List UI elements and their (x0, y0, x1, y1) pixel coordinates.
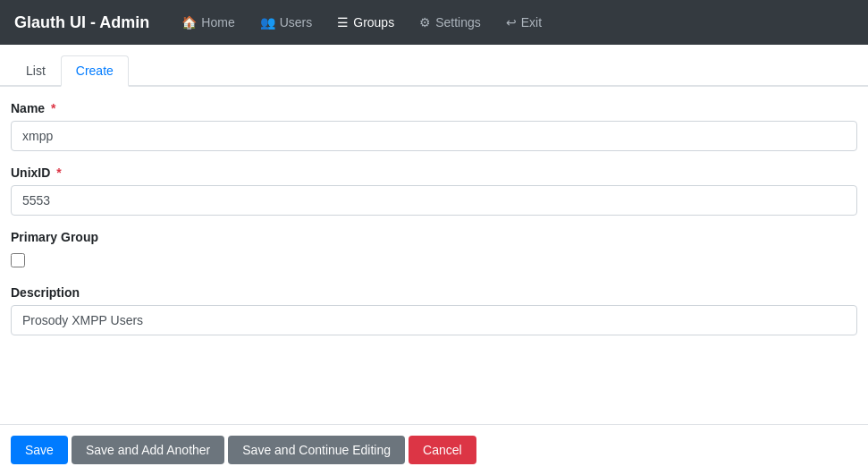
name-input[interactable] (11, 121, 857, 151)
action-bar: Save Save and Add Another Save and Conti… (0, 424, 868, 475)
unixid-input[interactable] (11, 185, 857, 216)
primary-group-checkbox[interactable] (11, 253, 25, 267)
nav-label-settings: Settings (435, 15, 481, 30)
nav-item-settings[interactable]: ⚙ Settings (409, 8, 492, 37)
save-continue-editing-button[interactable]: Save and Continue Editing (228, 436, 405, 464)
primary-group-label: Primary Group (11, 230, 857, 244)
main-content: List Create Name * UnixID * Primary Grou… (0, 45, 868, 475)
unixid-label: UnixID * (11, 165, 857, 180)
description-label: Description (11, 285, 857, 300)
nav-label-groups: Groups (353, 15, 394, 30)
cancel-button[interactable]: Cancel (409, 436, 476, 464)
nav-item-groups[interactable]: ☰ Groups (326, 8, 405, 37)
nav-item-exit[interactable]: ↩ Exit (495, 8, 552, 37)
form-group-name: Name * (11, 101, 857, 151)
groups-icon: ☰ (337, 15, 349, 30)
tab-list[interactable]: List (11, 55, 61, 87)
nav-label-users: Users (280, 15, 313, 30)
tabs: List Create (0, 45, 868, 87)
exit-icon: ↩ (506, 15, 517, 30)
form-container: Name * UnixID * Primary Group Descriptio… (0, 87, 868, 364)
navbar-brand: Glauth UI - Admin (14, 13, 149, 32)
save-add-another-button[interactable]: Save and Add Another (72, 436, 224, 464)
save-button[interactable]: Save (11, 436, 68, 464)
form-group-unixid: UnixID * (11, 165, 857, 216)
settings-icon: ⚙ (419, 15, 431, 30)
form-group-primary-group: Primary Group (11, 230, 857, 271)
name-label: Name * (11, 101, 857, 115)
primary-group-checkbox-wrapper (11, 250, 857, 271)
users-icon: 👥 (260, 15, 275, 30)
nav-item-users[interactable]: 👥 Users (249, 8, 324, 37)
nav-label-home: Home (201, 15, 234, 30)
tab-create[interactable]: Create (61, 55, 129, 87)
nav-label-exit: Exit (521, 15, 542, 30)
name-required: * (51, 101, 55, 115)
home-icon: 🏠 (181, 15, 197, 30)
navbar: Glauth UI - Admin 🏠 Home 👥 Users ☰ Group… (0, 0, 868, 45)
form-group-description: Description (11, 285, 857, 335)
navbar-nav: 🏠 Home 👥 Users ☰ Groups ⚙ Settings ↩ Exi… (171, 8, 552, 37)
nav-item-home[interactable]: 🏠 Home (171, 8, 245, 37)
description-input[interactable] (11, 305, 857, 335)
unixid-required: * (56, 165, 61, 180)
